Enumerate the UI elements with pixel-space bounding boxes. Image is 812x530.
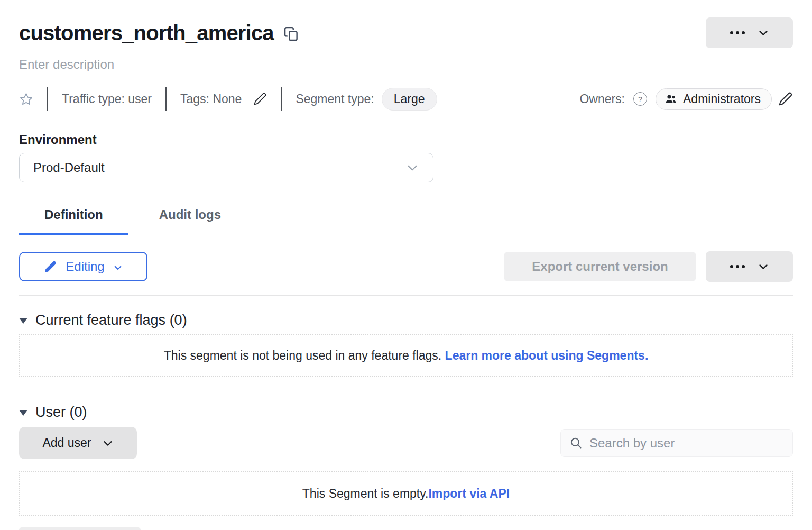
user-controls-row: Add user [19,427,793,459]
search-by-user-input[interactable] [560,429,793,457]
editing-label: Editing [66,259,104,274]
segment-detail-page: customers_north_america Enter descriptio… [0,0,812,530]
feature-flags-section-header[interactable]: Current feature flags (0) [19,312,793,328]
segment-type-badge: Large [382,88,437,111]
meta-divider [165,87,167,111]
chevron-down-icon [758,27,769,39]
user-empty-state: This Segment is empty.Import via API [19,471,793,516]
add-user-button[interactable]: Add user [19,427,137,459]
description-placeholder[interactable]: Enter description [19,57,793,72]
header-more-actions-button[interactable] [706,17,793,48]
page-header: customers_north_america [0,17,812,48]
definition-toolbar: Editing Export current version [19,251,793,282]
user-section-header[interactable]: User (0) [19,404,793,420]
people-icon [665,93,677,105]
copy-icon[interactable] [283,26,299,42]
chevron-down-icon [113,263,123,272]
user-section-title: User (0) [35,404,87,420]
environment-selected-value: Prod-Default [33,160,105,175]
collapse-caret-icon [19,410,27,416]
owners-help-icon[interactable]: ? [633,92,647,106]
tags-label: Tags: None [180,92,242,106]
export-current-version-button[interactable]: Export current version [504,252,696,281]
editing-mode-button[interactable]: Editing [19,252,147,281]
import-via-api-link[interactable]: Import via API [428,487,510,501]
section-divider [19,295,793,296]
add-user-label: Add user [42,436,91,450]
meta-row: Traffic type: user Tags: None Segment ty… [19,86,793,112]
edit-tags-pencil-icon[interactable] [253,92,267,106]
pencil-filled-icon [44,260,57,273]
ellipsis-icon [730,265,745,268]
learn-more-segments-link[interactable]: Learn more about using Segments. [445,349,649,363]
owners-value: Administrators [683,92,761,106]
user-empty-text: This Segment is empty. [302,487,429,501]
traffic-type-label: Traffic type: user [62,92,152,106]
collapse-caret-icon [19,318,27,324]
chevron-down-icon [405,161,419,175]
tabs-bar: Definition Audit logs [0,207,812,235]
owners-label: Owners: [579,92,625,106]
ellipsis-icon [730,31,745,34]
feature-flags-empty-state: This segment is not being used in any fe… [19,334,793,377]
owners-badge[interactable]: Administrators [656,88,772,110]
feature-flags-empty-text: This segment is not being used in any fe… [164,349,445,363]
segment-type-label: Segment type: [296,92,374,106]
tab-definition[interactable]: Definition [19,207,128,235]
chevron-down-icon [758,261,769,272]
feature-flags-section-title: Current feature flags (0) [35,312,187,328]
edit-owners-pencil-icon[interactable] [778,92,793,106]
chevron-down-icon [102,437,114,449]
search-by-user [560,429,793,457]
environment-select[interactable]: Prod-Default [19,153,433,182]
meta-divider [47,87,48,111]
toolbar-more-actions-button[interactable] [706,251,793,282]
partially-visible-bottom-element [19,527,141,530]
tab-audit-logs[interactable]: Audit logs [134,207,246,235]
page-title: customers_north_america [19,21,274,45]
favorite-star-icon[interactable] [19,92,33,106]
meta-divider [281,87,282,111]
environment-label: Environment [19,132,793,147]
